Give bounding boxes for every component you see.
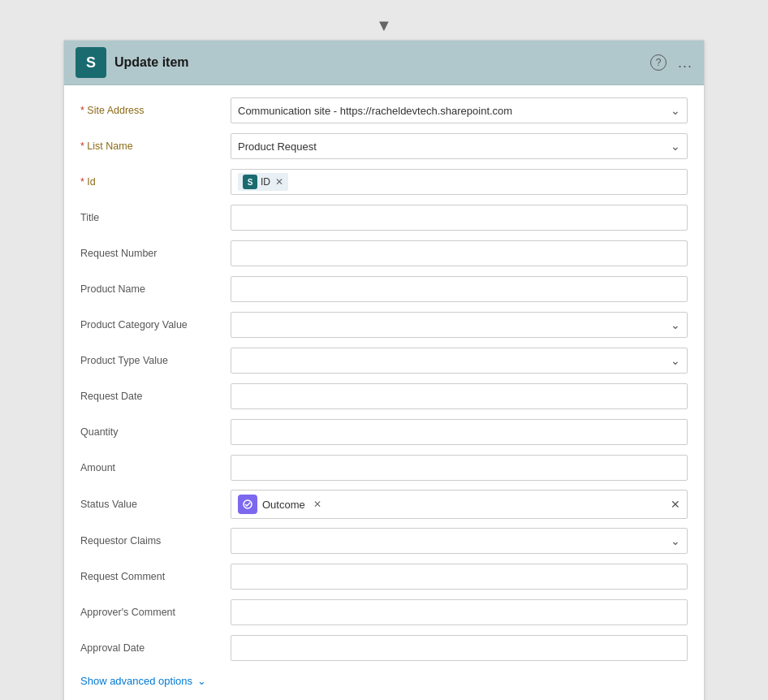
quantity-input[interactable] <box>231 419 688 445</box>
site-address-label: Site Address <box>80 105 231 116</box>
status-tag-close-icon[interactable]: ✕ <box>313 499 321 510</box>
status-tag-text: Outcome <box>262 499 305 511</box>
approvers-comment-label: Approver's Comment <box>80 607 231 618</box>
product-type-chevron-icon: ⌄ <box>671 354 680 367</box>
list-name-chevron-icon: ⌄ <box>671 140 680 153</box>
header-title: Update item <box>114 55 189 70</box>
id-label: Id <box>80 176 231 188</box>
product-category-label: Product Category Value <box>80 319 231 331</box>
title-row: Title <box>80 204 688 231</box>
app-icon: S <box>76 47 106 78</box>
id-field[interactable]: S ID ✕ <box>231 169 688 195</box>
product-type-label: Product Type Value <box>80 355 231 366</box>
amount-label: Amount <box>80 462 231 473</box>
header-left: S Update item <box>76 47 189 78</box>
status-tag: Outcome ✕ <box>238 495 321 514</box>
request-date-input[interactable] <box>231 383 688 409</box>
request-date-row: Request Date <box>80 382 688 410</box>
product-category-row: Product Category Value ⌄ <box>80 311 688 339</box>
site-address-chevron-icon: ⌄ <box>671 104 680 117</box>
outer-wrapper: ▼ S Update item ? ... Site Address Comm <box>63 16 705 700</box>
id-tag: S ID ✕ <box>238 173 288 191</box>
title-input[interactable] <box>231 205 688 231</box>
title-label: Title <box>80 212 231 223</box>
list-name-select[interactable]: Product Request ⌄ <box>231 133 688 159</box>
product-type-select[interactable]: ⌄ <box>231 348 688 374</box>
product-name-label: Product Name <box>80 283 231 295</box>
product-name-row: Product Name <box>80 275 688 303</box>
request-number-row: Request Number <box>80 240 688 267</box>
id-tag-icon: S <box>243 175 257 189</box>
show-advanced-chevron-icon: ⌄ <box>197 675 206 687</box>
approval-date-row: Approval Date <box>80 634 688 662</box>
requestor-claims-row: Requestor Claims ⌄ <box>80 527 688 555</box>
status-value-label: Status Value <box>80 499 231 510</box>
status-value-row: Status Value Outcome ✕ ✕ <box>80 490 688 519</box>
site-address-select[interactable]: Communication site - https://racheldevte… <box>231 97 688 123</box>
connector-arrow: ▼ <box>63 16 705 35</box>
approval-date-input[interactable] <box>231 635 688 661</box>
update-item-card: S Update item ? ... Site Address Communi… <box>63 40 705 700</box>
request-number-label: Request Number <box>80 248 231 259</box>
approvers-comment-row: Approver's Comment <box>80 598 688 626</box>
request-comment-row: Request Comment <box>80 563 688 590</box>
approval-date-label: Approval Date <box>80 642 231 654</box>
product-name-input[interactable] <box>231 276 688 302</box>
status-value-field[interactable]: Outcome ✕ ✕ <box>231 490 688 519</box>
request-date-label: Request Date <box>80 391 231 402</box>
card-body: Site Address Communication site - https:… <box>64 85 704 700</box>
request-comment-label: Request Comment <box>80 571 231 582</box>
more-options-button[interactable]: ... <box>678 54 692 71</box>
product-category-chevron-icon: ⌄ <box>671 318 680 331</box>
request-number-input[interactable] <box>231 240 688 266</box>
requestor-claims-label: Requestor Claims <box>80 535 231 547</box>
request-comment-input[interactable] <box>231 564 688 590</box>
id-tag-text: ID <box>261 176 270 188</box>
site-address-row: Site Address Communication site - https:… <box>80 97 688 124</box>
show-advanced-options-button[interactable]: Show advanced options ⌄ <box>80 675 688 687</box>
header-right: ? ... <box>650 54 692 71</box>
card-header: S Update item ? ... <box>64 41 704 85</box>
requestor-claims-chevron-icon: ⌄ <box>671 534 680 547</box>
list-name-row: List Name Product Request ⌄ <box>80 132 688 160</box>
status-tag-icon <box>238 495 257 514</box>
list-name-value: Product Request <box>238 140 671 153</box>
show-advanced-text: Show advanced options <box>80 675 192 687</box>
amount-row: Amount <box>80 454 688 482</box>
id-row: Id S ID ✕ <box>80 168 688 196</box>
product-category-select[interactable]: ⌄ <box>231 312 688 338</box>
help-button[interactable]: ? <box>650 54 667 71</box>
list-name-label: List Name <box>80 140 231 152</box>
product-type-row: Product Type Value ⌄ <box>80 347 688 374</box>
id-tag-close-icon[interactable]: ✕ <box>275 176 283 188</box>
quantity-label: Quantity <box>80 426 231 438</box>
approvers-comment-input[interactable] <box>231 599 688 625</box>
status-clear-icon[interactable]: ✕ <box>671 498 680 511</box>
amount-input[interactable] <box>231 455 688 481</box>
site-address-value: Communication site - https://racheldevte… <box>238 105 671 117</box>
quantity-row: Quantity <box>80 418 688 446</box>
requestor-claims-select[interactable]: ⌄ <box>231 528 688 554</box>
